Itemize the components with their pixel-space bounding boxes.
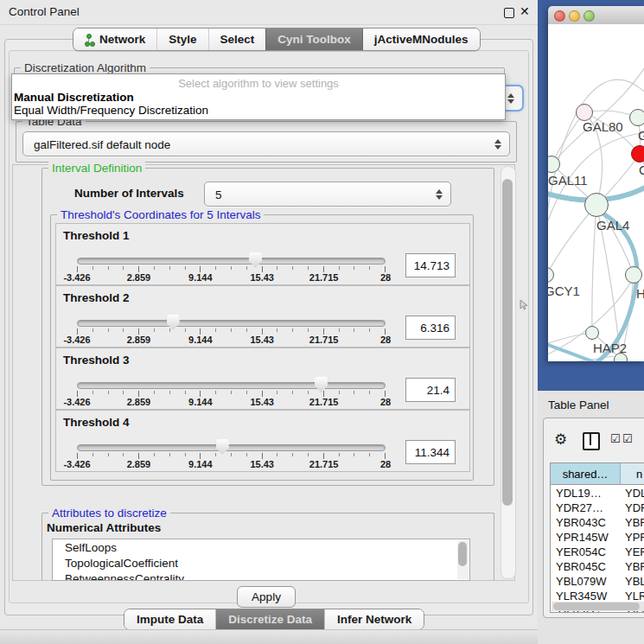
table-row[interactable]: YBR045CYBR0 [551,559,644,574]
tab-style[interactable]: Style [156,29,207,50]
network-window-titlebar[interactable] [548,6,644,25]
threshold-row-3: Threshold 3 -3.426 2.859 9.144 15.43 21.… [55,348,470,410]
node-label: GAL80 [583,119,623,134]
tab-cyni-toolbox[interactable]: Cyni Toolbox [265,29,363,50]
slider-track[interactable] [77,320,386,327]
slider-track[interactable] [77,382,386,389]
tab-select[interactable]: Select [208,29,266,50]
stepper-icon [494,139,501,150]
horizontal-scrollbar[interactable] [552,602,644,611]
dropdown-option-equal-width[interactable]: Equal Width/Frequency Discretization [14,104,208,117]
threshold-row-2: Threshold 2 -3.426 2.859 9.144 15.43 21.… [55,285,470,348]
threshold-slider[interactable]: -3.426 2.859 9.144 15.43 21.715 28 [77,411,386,471]
stepper-icon [436,189,443,200]
tab-infer-network[interactable]: Infer Network [324,609,424,629]
network-canvas[interactable]: GAL80 GA C GAL11 GAL4 GCY1 H HAP2 [548,24,644,361]
scrollbar-thumb[interactable] [553,603,640,610]
dropdown-option-manual[interactable]: Manual Discretization [14,91,134,104]
top-tab-bar: Network Style Select Cyni Toolbox jActiv… [73,28,481,51]
network-window: GAL80 GA C GAL11 GAL4 GCY1 H HAP2 [548,6,644,361]
node-gal80[interactable] [576,104,593,121]
num-intervals-combobox[interactable]: 5 [204,182,451,207]
column-header-name[interactable]: n [621,463,644,485]
dropdown-hint: Select algorithm to view settings [12,77,505,90]
apply-button[interactable]: Apply [237,586,296,608]
node-label: H [636,286,644,301]
table-panel-title: Table Panel [548,399,609,411]
stepper-icon [507,93,514,104]
table-data-combobox[interactable]: galFiltered.sif default node [22,131,510,156]
control-panel-titlebar: Control Panel ✕ [0,0,538,25]
thresholds-group-label: Threshold's Coordinates for 5 Intervals [57,208,264,221]
minimize-traffic-light-icon[interactable] [569,10,580,22]
threshold-slider[interactable]: -3.426 2.859 9.144 15.43 21.715 28 [77,348,386,409]
tab-impute-data[interactable]: Impute Data [124,609,215,629]
column-header-shared-name[interactable]: shared… [551,463,621,485]
table-row[interactable]: YPR145WYPR1 [551,530,644,545]
gear-icon[interactable]: ⚙ [554,430,567,449]
mouse-cursor [520,300,528,310]
algorithm-dropdown-popup: Select algorithm to view settings Manual… [11,73,506,120]
table-row[interactable]: YBL079WYBL0 [551,574,644,589]
checkbox-icon[interactable]: ☑ [622,432,633,445]
scrollbar-thumb[interactable] [458,542,467,566]
slider-track[interactable] [77,444,386,451]
close-traffic-light-icon[interactable] [554,10,565,22]
table-row[interactable]: YER054CYER0 [551,545,644,559]
node-label: GCY1 [548,284,580,298]
node-attribute-table[interactable]: shared… n YDL19…YDL1 YDR27…YDR2 YBR043CY… [550,462,644,613]
algorithm-group-label: Discretization Algorithm [21,61,150,74]
scrollbar-thumb[interactable] [502,179,513,506]
node-clipped-bottom[interactable] [614,353,628,361]
threshold-value-field[interactable] [405,316,456,340]
close-icon[interactable]: ✕ [520,4,530,18]
table-row[interactable]: YBR043CYBR0 [551,515,644,530]
checkbox-icon[interactable]: ☑ [610,432,621,445]
threshold-row-1: Threshold 1 -3.426 2.859 9.144 15.43 21.… [55,223,470,285]
node-hap2[interactable] [585,326,599,340]
threshold-value-field[interactable] [405,378,456,402]
num-intervals-label: Number of Intervals [74,187,184,200]
node-clipped-right-top[interactable] [629,109,644,126]
tab-discretize-data[interactable]: Discretize Data [215,609,324,629]
panel-footer [0,629,538,644]
node-label: GAL11 [548,173,588,188]
vertical-scrollbar[interactable] [501,166,516,579]
bottom-tab-bar: Impute Data Discretize Data Infer Networ… [124,609,424,630]
threshold-value-field[interactable] [405,253,456,277]
numerical-attributes-label: Numerical Attributes [47,521,161,534]
threshold-row-4: Threshold 4 -3.426 2.859 9.144 15.43 21.… [55,410,470,472]
node-clipped-right-mid[interactable] [625,266,642,284]
threshold-value-field[interactable] [405,440,456,464]
threshold-slider[interactable]: -3.426 2.859 9.144 15.43 21.715 28 [77,286,386,347]
node-red-selected[interactable] [631,145,644,163]
attributes-group-label: Attributes to discretize [48,507,170,520]
node-gal4[interactable] [584,193,609,217]
split-view-icon[interactable] [583,432,600,450]
node-label: GA [638,128,644,143]
tab-network[interactable]: Network [73,29,156,50]
slider-track[interactable] [77,258,386,265]
list-item[interactable]: BetweennessCentrality [65,572,184,581]
tab-jactivemnodules[interactable]: jActiveMNodules [363,29,480,50]
network-icon [85,34,94,46]
float-icon[interactable] [504,8,514,18]
numerical-attributes-list[interactable]: SelfLoops TopologicalCoefficient Between… [52,539,470,581]
list-item[interactable]: TopologicalCoefficient [65,557,178,570]
table-row[interactable]: YDR27…YDR2 [551,501,644,515]
node-label: C [639,163,644,177]
table-row[interactable]: YDL19…YDL1 [551,486,644,501]
node-label: GAL4 [596,218,629,233]
interval-definition-label: Interval Definition [48,162,145,175]
list-scrollbar[interactable] [457,540,469,579]
threshold-slider[interactable]: -3.426 2.859 9.144 15.43 21.715 28 [77,224,386,284]
panel-title: Control Panel [9,5,80,18]
list-item[interactable]: SelfLoops [65,541,117,554]
zoom-traffic-light-icon[interactable] [583,10,595,22]
